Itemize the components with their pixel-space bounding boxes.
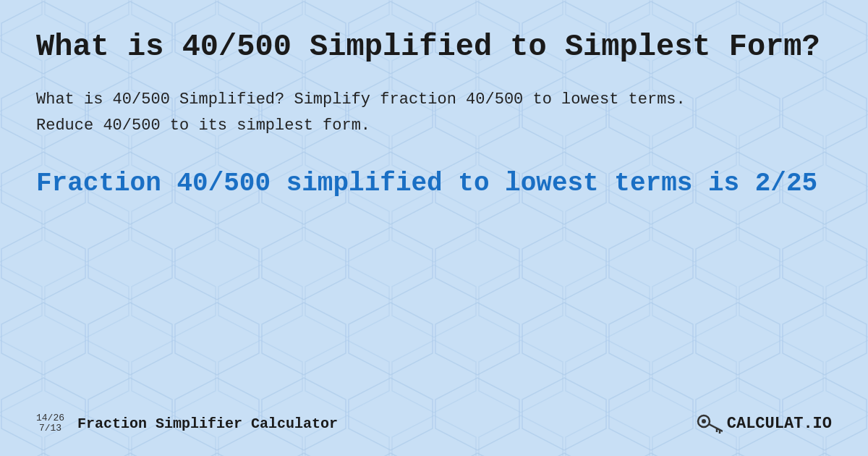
footer-fraction: 14/26 7/13 (36, 413, 64, 434)
result-text: Fraction 40/500 simplified to lowest ter… (36, 167, 832, 201)
page-description: What is 40/500 Simplified? Simplify frac… (36, 87, 687, 138)
svg-point-6 (702, 419, 706, 423)
key-icon (697, 413, 723, 434)
page-title: What is 40/500 Simplified to Simplest Fo… (36, 29, 832, 65)
site-title: Fraction Simplifier Calculator (77, 415, 338, 432)
footer-left: 14/26 7/13 Fraction Simplifier Calculato… (36, 413, 338, 434)
logo-text: CALCULAT.IO (727, 415, 832, 433)
logo: CALCULAT.IO (697, 413, 832, 434)
fraction-top: 14/26 (36, 413, 64, 423)
fraction-bottom: 7/13 (39, 423, 61, 434)
